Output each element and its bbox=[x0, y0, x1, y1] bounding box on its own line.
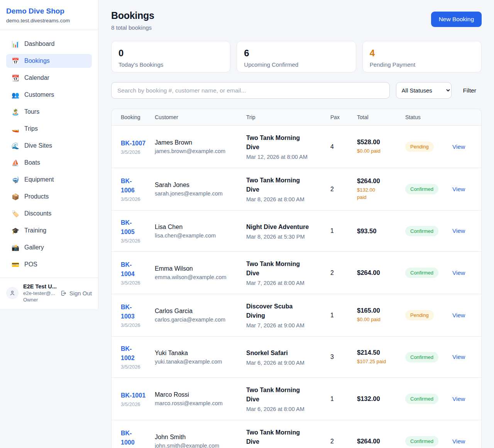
customer-name: Sarah Jones bbox=[155, 182, 243, 189]
sidebar-item-label: Discounts bbox=[24, 210, 51, 217]
sidebar-item-pos[interactable]: 💳 POS bbox=[6, 258, 92, 271]
sidebar-item-label: Tours bbox=[24, 108, 39, 115]
booking-id-link[interactable]: BK- 1006 bbox=[121, 178, 135, 194]
sidebar-item-equipment[interactable]: 🤿 Equipment bbox=[6, 173, 92, 187]
sidebar-item-tours[interactable]: 🏝️ Tours bbox=[6, 105, 92, 119]
package-icon: 📦 bbox=[12, 193, 19, 200]
sidebar-item-dive-sites[interactable]: 🌊 Dive Sites bbox=[6, 139, 92, 153]
sidebar-item-label: Trips bbox=[24, 125, 38, 132]
stat-value: 4 bbox=[370, 48, 474, 59]
trip-datetime: Mar 6, 2026 at 9:00 AM bbox=[246, 360, 327, 366]
pax-count: 1 bbox=[330, 304, 357, 327]
sidebar: Demo Dive Shop demo.test.divestreams.com… bbox=[0, 0, 98, 309]
sidebar-item-dashboard[interactable]: 📊 Dashboard bbox=[6, 37, 92, 51]
customer-name: James Brown bbox=[155, 139, 243, 146]
sign-out-label: Sign Out bbox=[69, 290, 92, 296]
view-link[interactable]: View bbox=[452, 143, 465, 150]
column-header-total: Total bbox=[357, 109, 405, 125]
booking-id-link[interactable]: BK- 1002 bbox=[121, 345, 135, 361]
view-link[interactable]: View bbox=[452, 438, 465, 445]
sidebar-item-label: Gallery bbox=[24, 244, 44, 251]
view-link[interactable]: View bbox=[452, 227, 465, 234]
sidebar-item-label: Boats bbox=[24, 159, 40, 166]
sidebar-item-label: Dive Sites bbox=[24, 142, 52, 149]
table-header-row: Booking Customer Trip Pax Total Status bbox=[112, 109, 481, 126]
table-row: BK- 1003 3/5/2026 Carlos Garcia carlos.g… bbox=[112, 294, 481, 336]
trip-name: Night Dive Adventure bbox=[246, 222, 327, 232]
filter-button[interactable]: Filter bbox=[458, 84, 482, 97]
sidebar-item-label: Customers bbox=[24, 91, 54, 98]
view-link[interactable]: View bbox=[452, 186, 465, 192]
trip-datetime: Mar 12, 2026 at 8:00 AM bbox=[246, 154, 327, 160]
sidebar-item-label: POS bbox=[24, 261, 37, 268]
stat-label: Upcoming Confirmed bbox=[244, 61, 349, 68]
page-title: Bookings bbox=[111, 10, 154, 21]
trip-name: Two Tank Morning Dive bbox=[246, 259, 327, 278]
booking-id-link[interactable]: BK- 1000 bbox=[121, 430, 135, 446]
column-header-pax: Pax bbox=[330, 109, 357, 125]
booking-id-link[interactable]: BK- 1005 bbox=[121, 219, 135, 235]
sidebar-item-trips[interactable]: 🚤 Trips bbox=[6, 122, 92, 136]
people-icon: 👥 bbox=[12, 91, 19, 99]
main-content: Bookings 8 total bookings New Booking 0 … bbox=[99, 0, 494, 448]
status-filter-select[interactable]: All Statuses bbox=[396, 82, 452, 99]
total-amount: $214.50 bbox=[357, 349, 402, 356]
table-row: BK-1007 3/5/2026 James Brown james.brown… bbox=[112, 126, 481, 168]
total-amount: $528.00 bbox=[357, 138, 402, 146]
sidebar-item-boats[interactable]: ⛵ Boats bbox=[6, 156, 92, 170]
customer-name: Carlos Garcia bbox=[155, 308, 243, 315]
status-badge: Confirmed bbox=[405, 226, 438, 236]
pax-count: 2 bbox=[330, 178, 357, 200]
pax-count: 1 bbox=[330, 220, 357, 242]
search-input[interactable] bbox=[111, 82, 390, 99]
total-amount: $264.00 bbox=[357, 177, 402, 185]
stat-card-pending-payment: 4 Pending Payment bbox=[362, 41, 482, 72]
stat-card-upcoming-confirmed: 6 Upcoming Confirmed bbox=[237, 41, 356, 72]
paid-amount: $107.25 paid bbox=[357, 358, 402, 365]
calendar-icon: 📅 bbox=[12, 57, 19, 65]
new-booking-button[interactable]: New Booking bbox=[431, 12, 482, 27]
booking-id-link[interactable]: BK- 1003 bbox=[121, 304, 135, 320]
sidebar-item-training[interactable]: 🎓 Training bbox=[6, 224, 92, 237]
customer-name: Marco Rossi bbox=[155, 391, 243, 398]
sidebar-item-customers[interactable]: 👥 Customers bbox=[6, 88, 92, 102]
total-amount: $264.00 bbox=[357, 269, 402, 276]
table-row: BK- 1004 3/5/2026 Emma Wilson emma.wilso… bbox=[112, 251, 481, 294]
total-amount: $165.00 bbox=[357, 307, 402, 314]
booking-date: 3/5/2026 bbox=[121, 401, 152, 407]
trip-datetime: Mar 8, 2026 at 8:00 AM bbox=[246, 196, 327, 202]
island-icon: 🏝️ bbox=[12, 108, 19, 116]
customer-email: carlos.garcia@example.com bbox=[155, 317, 243, 323]
booking-id-link[interactable]: BK-1001 bbox=[121, 392, 145, 399]
view-link[interactable]: View bbox=[452, 269, 465, 276]
booking-id-link[interactable]: BK- 1004 bbox=[121, 261, 135, 277]
stats-row: 0 Today's Bookings 6 Upcoming Confirmed … bbox=[111, 41, 482, 72]
sidebar-item-label: Equipment bbox=[24, 176, 54, 183]
booking-date: 3/5/2026 bbox=[121, 364, 152, 370]
trip-name: Two Tank Morning Dive bbox=[246, 133, 327, 152]
column-header-trip: Trip bbox=[246, 109, 330, 125]
speedboat-icon: 🚤 bbox=[12, 125, 19, 133]
table-row: BK- 1002 3/5/2026 Yuki Tanaka yuki.tanak… bbox=[112, 336, 481, 377]
view-link[interactable]: View bbox=[452, 396, 465, 402]
customer-email: sarah.jones@example.com bbox=[155, 190, 243, 197]
booking-id-link[interactable]: BK-1007 bbox=[121, 140, 145, 147]
trip-datetime: Mar 6, 2026 at 8:00 AM bbox=[246, 406, 327, 412]
stat-value: 6 bbox=[244, 48, 349, 59]
total-amount: $93.50 bbox=[357, 227, 402, 235]
view-link[interactable]: View bbox=[452, 312, 465, 318]
sidebar-item-products[interactable]: 📦 Products bbox=[6, 190, 92, 204]
customer-email: james.brown@example.com bbox=[155, 148, 243, 154]
sign-out-button[interactable]: Sign Out bbox=[60, 290, 92, 296]
trip-name: Two Tank Morning Dive bbox=[246, 428, 327, 446]
sidebar-item-gallery[interactable]: 📸 Gallery bbox=[6, 241, 92, 254]
sidebar-item-discounts[interactable]: 🏷️ Discounts bbox=[6, 207, 92, 221]
sidebar-user-section: E2E Test U... e2e-tester@... Owner Sign … bbox=[0, 278, 98, 309]
paid-amount: $0.00 paid bbox=[357, 148, 402, 155]
sidebar-item-calendar[interactable]: 📆 Calendar bbox=[6, 71, 92, 85]
view-link[interactable]: View bbox=[452, 354, 465, 360]
person-icon bbox=[9, 290, 15, 296]
customer-name: Yuki Tanaka bbox=[155, 350, 243, 357]
sidebar-item-bookings[interactable]: 📅 Bookings bbox=[6, 54, 92, 68]
customer-email: marco.rossi@example.com bbox=[155, 400, 243, 406]
